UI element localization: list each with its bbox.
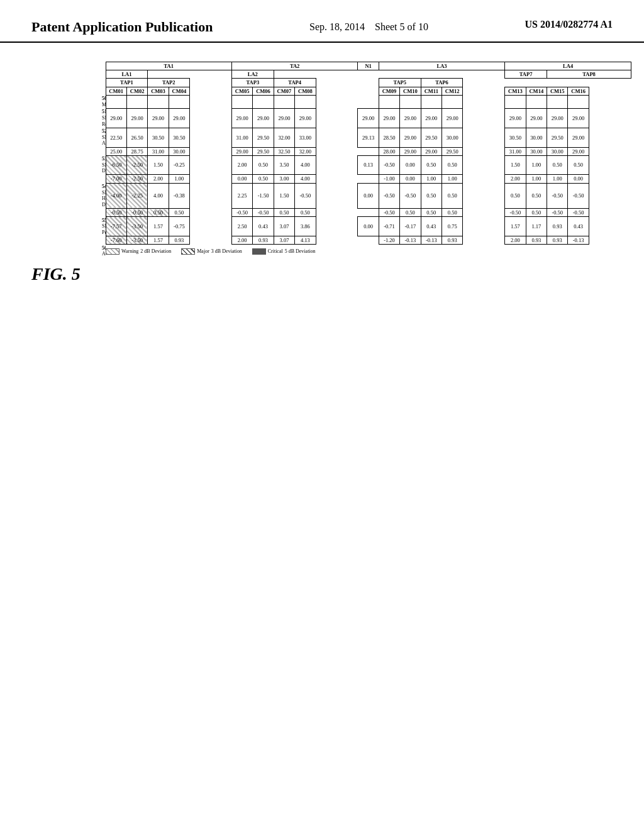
section-550-row2: -7.60 -3.50 1.57 0.93 2.00 0.93 3.07 4.1… [101, 236, 631, 245]
section-530-row2: -7.00 -2.50 2.00 1.00 0.00 0.50 3.00 4.0… [101, 175, 631, 183]
ta2-header: TA2 [231, 62, 357, 70]
cm14-header: CM14 [526, 87, 547, 95]
tap7-header: TAP7 [505, 70, 547, 79]
section-550-row: 550SNR RelativePeer Deviation -7.57 -3.5… [101, 217, 631, 236]
legend-warning: Warning 2 dB Deviation [106, 248, 171, 255]
section-560-row: 560Alarms Warning 2 dB Deviation [101, 245, 631, 258]
publication-title: Patent Application Publication [31, 19, 213, 35]
cm07-header: CM07 [274, 87, 294, 95]
cm06-header: CM06 [253, 87, 274, 95]
cm04-header: CM04 [169, 87, 189, 95]
la4-header: LA4 [505, 62, 631, 70]
tap2-header: TAP2 [148, 79, 190, 87]
la3-header: LA3 [379, 62, 504, 70]
legend-major: Major 3 dB Deviation [181, 248, 242, 255]
tap4-header: TAP4 [274, 79, 316, 87]
la1-header: LA1 [106, 70, 148, 79]
section-540-row: 540SNR RelativeHierarchicalDeviation -4.… [101, 183, 631, 208]
section-500-row: 500Model [101, 95, 631, 108]
tap1-header: TAP1 [106, 79, 148, 87]
cm12-header: CM12 [442, 87, 463, 95]
section-540-row2: -0.50 -0.50 0.50 0.50 -0.50 -0.50 0.50 0… [101, 209, 631, 217]
cm11-header: CM11 [421, 87, 441, 95]
cm10-header: CM10 [400, 87, 421, 95]
tap3-header: TAP3 [231, 79, 274, 87]
n1-header: N1 [358, 62, 379, 70]
legend-critical: Critical 5 dB Deviation [252, 248, 316, 255]
cm05-header: CM05 [231, 87, 252, 95]
figure-label: FIG. 5 [31, 264, 80, 284]
cm01-header: CM01 [106, 87, 126, 95]
cm16-header: CM16 [568, 87, 589, 95]
cm03-header: CM03 [148, 87, 169, 95]
tap8-header: TAP8 [547, 70, 631, 79]
cm09-header: CM09 [379, 87, 399, 95]
section-520-row2: 25.00 28.75 31.00 30.00 29.00 29.50 32.5… [101, 147, 631, 155]
publication-date-sheet: Sep. 18, 2014 Sheet 5 of 10 [309, 19, 428, 33]
tap6-header: TAP6 [421, 79, 463, 87]
ta1-header: TA1 [106, 62, 231, 70]
section-530-row: 530SNR AbsoluteDeviation -6.50 -2.50 1.5… [101, 155, 631, 175]
cm08-header: CM08 [295, 87, 316, 95]
page-header: Patent Application Publication Sep. 18, … [0, 0, 644, 43]
publication-number: US 2014/0282774 A1 [525, 19, 613, 30]
main-data-table: TA1 TA2 N1 LA3 LA4 LA1 LA2 [101, 62, 631, 258]
la2-header: LA2 [231, 70, 274, 79]
cm15-header: CM15 [547, 87, 568, 95]
section-510-row: 510SNRReference 29.00 29.00 29.00 29.00 … [101, 108, 631, 128]
section-520-row: 520SNRActual 22.50 26.50 30.50 30.50 31.… [101, 128, 631, 147]
tap5-header: TAP5 [379, 79, 421, 87]
cm13-header: CM13 [505, 87, 526, 95]
cm02-header: CM02 [126, 87, 147, 95]
